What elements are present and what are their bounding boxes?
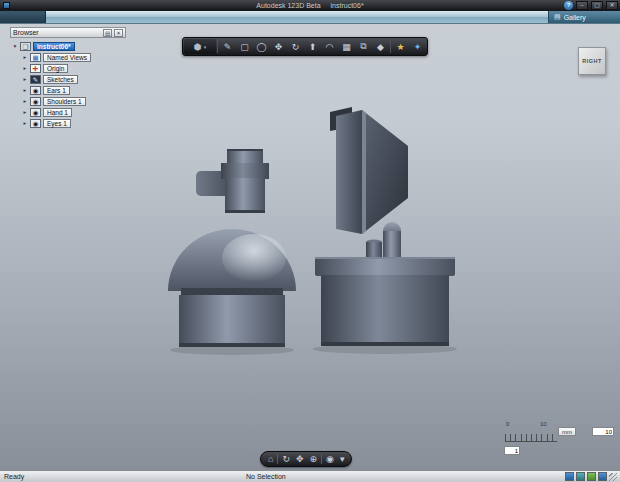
model-part-ears[interactable]	[196, 149, 269, 213]
revolve-icon: ↻	[292, 42, 300, 52]
status-ready-text: Ready	[4, 473, 24, 480]
units-label: mm	[558, 427, 576, 436]
named-views-icon: ▦	[30, 53, 41, 62]
browser-header[interactable]: Browser ▤ ✕	[10, 27, 126, 38]
gallery-icon: ▤	[554, 13, 561, 21]
ruler-start-label: 0	[506, 421, 509, 427]
disclosure-icon[interactable]: ▸	[22, 87, 28, 93]
view-cube[interactable]: RIGHT	[578, 47, 606, 75]
model-part-shoulders[interactable]	[330, 107, 408, 234]
tree-item-label[interactable]: Origin	[43, 64, 68, 73]
tool-move[interactable]: ✥	[270, 39, 287, 54]
tool-box[interactable]: ▢	[236, 39, 253, 54]
component-icon: ❑	[20, 42, 31, 51]
sphere-icon: ◯	[256, 42, 266, 52]
zoom-icon[interactable]: ⊕	[308, 452, 320, 466]
tree-item-label[interactable]: Shoulders 1	[43, 97, 86, 106]
disclosure-icon[interactable]: ▸	[22, 109, 28, 115]
tool-pattern[interactable]: ▦	[338, 39, 355, 54]
tree-item-hand[interactable]: ▸ ◉ Hand 1	[22, 107, 72, 117]
tree-item-sketches[interactable]: ▸ ✎ Sketches	[22, 74, 78, 84]
disclosure-icon[interactable]: ▸	[22, 76, 28, 82]
tool-sphere[interactable]: ◯	[253, 39, 270, 54]
ruler-length-input[interactable]	[592, 427, 614, 436]
gallery-button[interactable]: ▤ Gallery	[548, 11, 620, 23]
primitives-cube-icon: ⬢	[194, 42, 202, 52]
tree-item-named-views[interactable]: ▸ ▦ Named Views	[22, 52, 91, 62]
tool-extrude[interactable]: ⬆	[304, 39, 321, 54]
tree-item-ears[interactable]: ▸ ◉ Ears 1	[22, 85, 70, 95]
fillet-icon: ◠	[326, 42, 334, 52]
browser-panel: Browser ▤ ✕ ▾ ❑ instruct06* ▸ ▦ Named Vi…	[10, 27, 126, 38]
tool-fillet[interactable]: ◠	[321, 39, 338, 54]
tree-item-origin[interactable]: ▸ ✛ Origin	[22, 63, 68, 73]
gallery-label: Gallery	[564, 14, 586, 21]
sketch-icon: ✎	[224, 42, 232, 52]
disclosure-icon[interactable]: ▾	[12, 43, 18, 49]
view-cube-face-label: RIGHT	[582, 58, 602, 64]
primitives-menu-button[interactable]: ⬢ ▾	[184, 39, 216, 54]
pattern-icon: ▦	[342, 42, 351, 52]
visibility-icon[interactable]: ◉	[30, 119, 41, 128]
tree-item-label[interactable]: Sketches	[43, 75, 78, 84]
chevron-down-icon[interactable]: ▾	[338, 452, 347, 466]
chevron-down-icon: ▾	[204, 44, 207, 50]
combine-icon: ⧉	[360, 41, 366, 52]
tool-combine[interactable]: ⧉	[355, 39, 372, 54]
browser-close-button[interactable]: ✕	[114, 29, 123, 37]
grid-icon[interactable]	[565, 472, 574, 481]
extrude-icon: ⬆	[309, 42, 317, 52]
modeling-toolbar: ⬢ ▾ ✎ ▢ ◯ ✥ ↻ ⬆ ◠ ▦ ⧉ ◆ ★ ✦	[182, 37, 428, 56]
disclosure-icon[interactable]: ▸	[22, 98, 28, 104]
origin-icon: ✛	[30, 64, 41, 73]
box-icon: ▢	[240, 42, 249, 52]
tool-favorite[interactable]: ★	[392, 39, 409, 54]
model-part-body[interactable]	[315, 222, 455, 346]
tree-item-label[interactable]: Eyes 1	[43, 119, 71, 128]
tree-item-shoulders[interactable]: ▸ ◉ Shoulders 1	[22, 96, 86, 106]
tool-revolve[interactable]: ↻	[287, 39, 304, 54]
snap-icon[interactable]	[576, 472, 585, 481]
maximize-button[interactable]: ▢	[591, 1, 603, 10]
look-at-icon[interactable]: ◉	[324, 452, 336, 466]
window-title: Autodesk 123D Beta instruct06*	[0, 2, 620, 9]
visibility-icon[interactable]: ◉	[30, 97, 41, 106]
tree-item-root[interactable]: ▾ ❑ instruct06*	[12, 41, 75, 51]
ortho-icon[interactable]	[587, 472, 596, 481]
tool-material[interactable]: ◆	[372, 39, 389, 54]
tree-item-label[interactable]: Named Views	[43, 53, 91, 62]
tool-sketch[interactable]: ✎	[219, 39, 236, 54]
title-bar: Autodesk 123D Beta instruct06* ? – ▢ ✕	[0, 0, 620, 11]
app-title: Autodesk 123D Beta	[256, 2, 320, 9]
snapshot-icon: ✦	[414, 42, 422, 52]
status-selection-text: No Selection	[246, 473, 286, 480]
browser-options-button[interactable]: ▤	[103, 29, 112, 37]
tree-item-label[interactable]: Ears 1	[43, 86, 70, 95]
material-icon: ◆	[377, 42, 384, 52]
layout-icon[interactable]	[598, 472, 607, 481]
move-icon: ✥	[275, 42, 283, 52]
ruler-end-label: 10	[540, 421, 547, 427]
home-icon[interactable]: ⌂	[266, 452, 275, 466]
disclosure-icon[interactable]: ▸	[22, 120, 28, 126]
tree-item-label[interactable]: Hand 1	[43, 108, 72, 117]
tree-item-label[interactable]: instruct06*	[33, 42, 75, 51]
help-button[interactable]: ?	[564, 1, 573, 10]
ruler-scale-input[interactable]	[504, 446, 520, 455]
document-title: instruct06*	[331, 2, 364, 9]
disclosure-icon[interactable]: ▸	[22, 54, 28, 60]
close-button[interactable]: ✕	[606, 1, 618, 10]
tree-item-eyes[interactable]: ▸ ◉ Eyes 1	[22, 118, 71, 128]
viewport-canvas[interactable]	[0, 0, 620, 482]
disclosure-icon[interactable]: ▸	[22, 65, 28, 71]
visibility-icon[interactable]: ◉	[30, 86, 41, 95]
tool-snapshot[interactable]: ✦	[409, 39, 426, 54]
visibility-icon[interactable]: ◉	[30, 108, 41, 117]
app-menu-button[interactable]	[0, 11, 46, 23]
orbit-icon[interactable]: ↻	[280, 452, 292, 466]
model-part-head[interactable]	[168, 229, 296, 347]
pan-icon[interactable]: ✥	[294, 452, 306, 466]
application-window: Autodesk 123D Beta instruct06* ? – ▢ ✕ ▤…	[0, 0, 620, 482]
minimize-button[interactable]: –	[576, 1, 588, 10]
resize-grip-icon[interactable]	[609, 473, 617, 481]
